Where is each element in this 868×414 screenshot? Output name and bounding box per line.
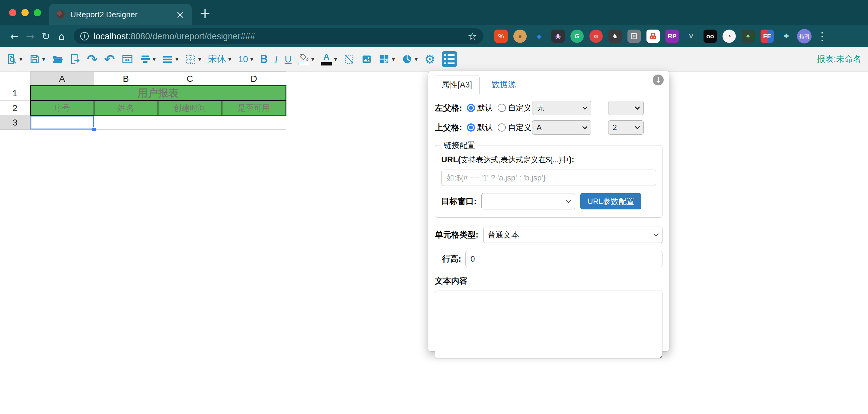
column-header-C[interactable]: C [158, 72, 222, 86]
cell-A1-title[interactable]: 用户报表 [30, 86, 286, 101]
back-icon[interactable]: ← [7, 30, 22, 42]
save-button[interactable]: ▾ [27, 53, 48, 66]
font-size-select[interactable]: 10 ▾ [236, 53, 256, 65]
cell-B3[interactable] [94, 115, 158, 130]
left-parent-custom-label: 自定义 [508, 103, 531, 113]
reload-icon[interactable]: ↻ [38, 30, 54, 42]
left-parent-row: 左父格: 默认 自定义 无 [435, 101, 662, 115]
profile-avatar[interactable]: 扬凯 [797, 29, 812, 43]
align-button[interactable]: ▾ [137, 53, 158, 66]
ext-grammarly-icon[interactable]: G [570, 30, 584, 43]
fill-color-button[interactable]: ▾ [296, 52, 317, 66]
tab-datasource[interactable]: 数据源 [485, 75, 523, 94]
ext-org-tree-icon[interactable]: 品 [647, 30, 660, 43]
column-header-A[interactable]: A [30, 72, 94, 86]
chevron-down-icon [583, 104, 588, 109]
ext-oo-icon[interactable]: oo [704, 30, 717, 43]
cell-C2[interactable]: 创建时间 [158, 101, 222, 115]
chevron-down-icon [654, 231, 659, 236]
ext-cat-icon[interactable]: ♞ [609, 30, 622, 43]
left-parent-column-select[interactable]: 无 [532, 101, 591, 115]
tab-properties[interactable]: 属性[A3] [434, 75, 479, 94]
preview-report-button[interactable]: ▾ [4, 53, 25, 66]
grid-corner-cell[interactable] [0, 72, 30, 86]
align-center-icon [140, 54, 151, 65]
bold-button[interactable]: B [258, 52, 270, 67]
ext-blue-drop-icon[interactable]: ◆ [532, 30, 546, 43]
top-parent-default-radio[interactable] [467, 123, 475, 132]
minimize-window-button[interactable] [22, 9, 29, 16]
cell-A3-selected[interactable] [30, 115, 94, 130]
top-parent-row: 上父格: 默认 自定义 A 2 [435, 120, 662, 135]
row-height-input[interactable] [465, 251, 662, 267]
new-tab-button[interactable]: + [199, 5, 211, 21]
dropdown-caret-icon: ▾ [311, 56, 314, 63]
bookmark-star-icon[interactable]: ☆ [468, 30, 477, 42]
report-name-label: 报表:未命名 [817, 54, 864, 65]
settings-button[interactable]: ⚙ [422, 51, 437, 67]
top-parent-custom-radio[interactable] [498, 123, 506, 132]
ext-vue-icon[interactable]: V [684, 30, 698, 43]
url-param-config-button[interactable]: URL参数配置 [580, 193, 641, 210]
ext-axure-rp-icon[interactable]: RP [665, 30, 679, 43]
ext-puzzle-icon[interactable]: ✚ [780, 30, 793, 43]
forward-icon[interactable]: → [22, 30, 38, 42]
column-header-B[interactable]: B [94, 72, 158, 86]
cell-B2[interactable]: 姓名 [94, 101, 158, 115]
ext-compass-icon[interactable]: ◔ [722, 30, 736, 43]
border-lines-button[interactable]: ▾ [160, 53, 181, 66]
url-input[interactable] [441, 169, 656, 186]
left-parent-row-select[interactable] [608, 101, 644, 115]
chart-button[interactable]: ▾ [400, 53, 420, 66]
left-parent-default-radio[interactable] [467, 104, 475, 112]
cell-A2[interactable]: 序号 [30, 101, 94, 115]
redo-button[interactable]: ↷ [85, 51, 100, 68]
text-content-textarea[interactable] [435, 291, 662, 359]
ext-frame-icon[interactable]: 回 [627, 30, 641, 43]
cell-D2[interactable]: 是否可用 [222, 101, 286, 115]
row-header-3[interactable]: 3 [0, 115, 30, 130]
import-excel-button[interactable] [67, 53, 83, 66]
ext-picker-icon[interactable]: ⌖ [742, 30, 755, 43]
row-header-1[interactable]: 1 [0, 86, 30, 101]
row-header-2[interactable]: 2 [0, 101, 30, 115]
cell-borders-button[interactable]: ▾ [183, 53, 204, 66]
cell-type-select[interactable]: 普通文本 [483, 227, 662, 243]
redo-icon: ↷ [87, 52, 97, 67]
ext-infinity-icon[interactable]: ∞ [589, 30, 603, 43]
ext-cookie-icon[interactable]: ● [514, 30, 527, 43]
cell-D3[interactable] [222, 115, 286, 130]
column-header-D[interactable]: D [222, 72, 286, 86]
panel-collapse-button[interactable]: ↓ [653, 74, 664, 86]
top-parent-row-select[interactable]: 2 [608, 120, 644, 135]
qrcode-button[interactable]: ▾ [377, 53, 397, 66]
undo-button[interactable]: ↶ [102, 51, 117, 68]
target-window-select[interactable] [482, 193, 575, 210]
font-color-button[interactable]: A ▾ [319, 52, 340, 67]
underline-button[interactable]: U [282, 53, 294, 66]
maximize-window-button[interactable] [34, 9, 41, 16]
browser-tab[interactable]: UReport2 Designer × [49, 4, 192, 25]
url-bar[interactable]: i localhost:8080/demo/ureport/designer##… [74, 28, 484, 44]
browser-menu-icon[interactable]: ⋮ [816, 30, 828, 43]
url-text[interactable]: localhost:8080/demo/ureport/designer### [94, 31, 255, 41]
property-panel-toggle-button[interactable] [440, 50, 459, 68]
home-icon[interactable]: ⌂ [54, 30, 69, 42]
left-parent-custom-radio[interactable] [498, 104, 506, 112]
selection-fill-handle[interactable] [92, 127, 96, 132]
slash-cell-button[interactable] [342, 53, 357, 66]
close-window-button[interactable] [9, 9, 16, 16]
insert-image-button[interactable] [359, 53, 374, 66]
top-parent-column-select[interactable]: A [532, 120, 591, 135]
cell-type-label: 单元格类型: [435, 229, 478, 240]
font-family-select[interactable]: 宋体 ▾ [206, 52, 234, 67]
site-info-icon[interactable]: i [80, 32, 89, 40]
ext-red-dev-icon[interactable]: % [494, 30, 508, 43]
ext-camera-icon[interactable]: ◉ [551, 30, 565, 43]
open-file-button[interactable] [50, 53, 65, 66]
cell-C3[interactable] [158, 115, 222, 130]
merge-cell-button[interactable] [120, 53, 135, 66]
italic-button[interactable]: I [273, 52, 280, 66]
ext-fe-icon[interactable]: FE [761, 30, 774, 43]
tab-close-icon[interactable]: × [176, 9, 185, 20]
